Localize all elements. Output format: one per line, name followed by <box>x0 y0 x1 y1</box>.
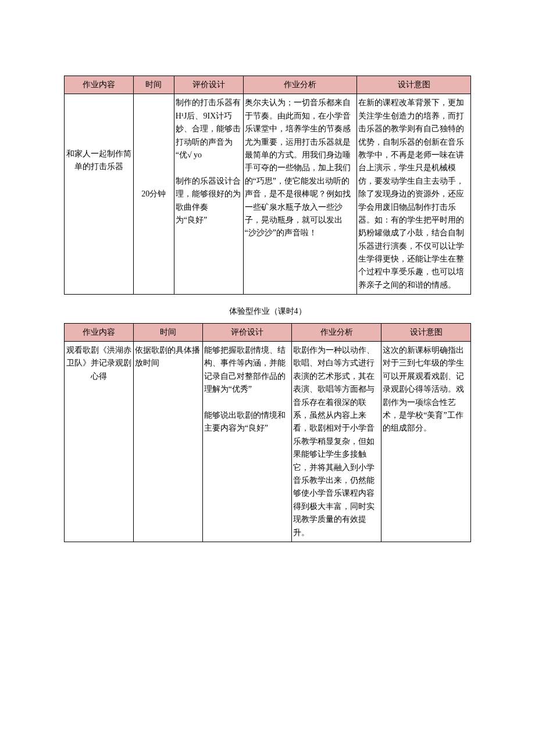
t2-h-content: 作业内容 <box>65 323 134 341</box>
t1-h-analysis: 作业分析 <box>243 76 357 94</box>
table1-row: 和家人一起制作简单的打击乐器 20分钟 制作的打击乐器有 H¹J后、9IX计巧妙… <box>65 94 471 295</box>
t2-h-time: 时间 <box>133 323 202 341</box>
t1-eval-p3: 制作的乐器设计合理，能够很好的为歌曲伴奏 <box>176 175 242 214</box>
t1-content-cell: 和家人一起制作简单的打击乐器 <box>65 94 134 295</box>
t2-analysis-cell: 歌剧作为一种以动作、歌唱、对白等方式进行表演的艺术形式，其在表演、歌唱等方面都与… <box>292 342 381 542</box>
t1-analysis-p2: “沙沙沙”的声音啦！ <box>245 227 356 239</box>
t2-intent-cell: 这次的新课标明确指出对于三到七年级的学生可以开展观看戏剧、记录观剧心得等活动。戏… <box>381 342 471 542</box>
t1-intent-cell: 在新的课程改革背景下，更加关注学生创造力的培养，而打击乐器的教学则有自己独特的优… <box>357 94 471 295</box>
t2-eval-p1: 能够把握歌剧情境、结构、事件等内涵，并能记录自己对整部作品的理解为“优秀” <box>204 344 291 396</box>
t1-eval-p4: 为“良好” <box>176 214 242 227</box>
t2-h-eval: 评价设计 <box>202 323 292 341</box>
table2-row: 观看歌剧《洪湖赤卫队》并记录观剧心得 依据歌剧的具体播放时间 能够把握歌剧情境、… <box>65 342 471 542</box>
table2-header-row: 作业内容 时间 评价设计 作业分析 设计意图 <box>65 323 471 341</box>
t1-h-eval: 评价设计 <box>174 76 243 94</box>
t2-h-intent: 设计意图 <box>381 323 471 341</box>
t1-eval-p2: H¹J后、9IX计巧妙、合理，能够击打动听的声音为“优√ yo <box>176 110 242 162</box>
t2-content-cell: 观看歌剧《洪湖赤卫队》并记录观剧心得 <box>65 342 134 542</box>
t1-eval-p1: 制作的打击乐器有 <box>176 96 242 109</box>
section2-title: 体验型作业（课时4） <box>64 305 471 318</box>
table1-header-row: 作业内容 时间 评价设计 作业分析 设计意图 <box>65 76 471 94</box>
t1-h-intent: 设计意图 <box>357 76 471 94</box>
assignment-table-2: 作业内容 时间 评价设计 作业分析 设计意图 观看歌剧《洪湖赤卫队》并记录观剧心… <box>64 323 471 542</box>
t2-time-cell: 依据歌剧的具体播放时间 <box>133 342 202 542</box>
t1-analysis-p1: 奥尔夫认为；一切音乐都来自于节奏。由此而知，在小学音乐课堂中，培养学生的节奏感尤… <box>245 98 351 224</box>
t1-analysis-cell: 奥尔夫认为；一切音乐都来自于节奏。由此而知，在小学音乐课堂中，培养学生的节奏感尤… <box>243 94 357 295</box>
t1-h-time: 时间 <box>133 76 174 94</box>
t2-eval-p2: 能够说出歌剧的情境和主要内容为“良好” <box>204 409 291 435</box>
t1-eval-cell: 制作的打击乐器有 H¹J后、9IX计巧妙、合理，能够击打动听的声音为“优√ yo… <box>174 94 243 295</box>
t2-eval-cell: 能够把握歌剧情境、结构、事件等内涵，并能记录自己对整部作品的理解为“优秀” 能够… <box>202 342 292 542</box>
t1-h-content: 作业内容 <box>65 76 134 94</box>
t1-time-cell: 20分钟 <box>133 94 174 295</box>
t2-h-analysis: 作业分析 <box>292 323 381 341</box>
assignment-table-1: 作业内容 时间 评价设计 作业分析 设计意图 和家人一起制作简单的打击乐器 20… <box>64 76 471 295</box>
